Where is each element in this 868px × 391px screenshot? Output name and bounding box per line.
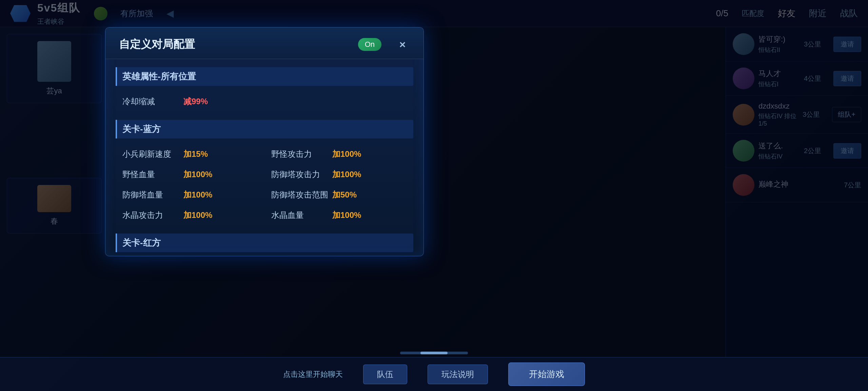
close-button[interactable]: ×	[395, 37, 410, 52]
config-row: 野怪血量 加100%	[116, 164, 264, 185]
toggle-on-button[interactable]: On	[358, 38, 381, 51]
modal-title: 自定义对局配置	[119, 37, 195, 52]
config-label: 水晶攻击力	[122, 210, 183, 221]
config-row: 野怪攻击力 加100%	[264, 144, 413, 164]
config-row: 防御塔血量 加100%	[116, 185, 264, 205]
section-stage-blue: 关卡-蓝方 小兵刷新速度 加15% 野怪攻击力 加100% 野怪血量 加100%	[116, 120, 413, 225]
config-label: 小兵刷新速度	[122, 149, 183, 160]
config-value: 加100%	[332, 210, 361, 221]
config-row: 防御塔攻击范围 加50%	[264, 185, 413, 205]
section-header: 关卡-蓝方	[116, 120, 413, 138]
bottom-bar: 点击这里开始聊天 队伍 玩法说明 开始游戏	[0, 357, 868, 391]
section-title: 关卡-红方	[122, 237, 161, 249]
scroll-indicator	[400, 352, 468, 354]
config-label: 冷却缩减	[122, 96, 183, 107]
config-value: 加100%	[332, 169, 361, 180]
config-value: 加100%	[183, 210, 212, 221]
config-label: 水晶血量	[271, 210, 332, 221]
section-stage-red: 关卡-红方 小兵刷新速度 加15% 野怪攻击力 加100% 野怪血量 加100%	[116, 234, 413, 256]
team-button[interactable]: 队伍	[363, 365, 407, 384]
config-label: 防御塔血量	[122, 189, 183, 200]
section-title: 英雄属性-所有位置	[122, 71, 196, 82]
config-label: 野怪血量	[122, 169, 183, 180]
config-value: 加100%	[183, 169, 212, 180]
modal-overlay: 自定义对局配置 On × 英雄属性-所有位置 冷却缩减 减99%	[0, 0, 868, 391]
modal-body[interactable]: 英雄属性-所有位置 冷却缩减 减99% 关卡-蓝方 小兵刷新速度 加15%	[105, 59, 423, 256]
modal-header: 自定义对局配置 On ×	[105, 27, 423, 59]
config-row: 水晶攻击力 加100%	[116, 205, 264, 225]
section-hero-all: 英雄属性-所有位置 冷却缩减 减99%	[116, 67, 413, 112]
config-label: 防御塔攻击力	[271, 169, 332, 180]
chat-placeholder[interactable]: 点击这里开始聊天	[283, 369, 343, 379]
config-row: 小兵刷新速度 加15%	[116, 144, 264, 164]
config-value: 加100%	[183, 189, 212, 200]
config-modal: 自定义对局配置 On × 英雄属性-所有位置 冷却缩减 减99%	[105, 27, 424, 256]
config-label: 防御塔攻击范围	[271, 189, 332, 200]
config-value: 加15%	[183, 149, 208, 160]
scroll-thumb	[420, 352, 448, 354]
config-grid: 小兵刷新速度 加15% 野怪攻击力 加100% 野怪血量 加100% 防御塔攻击…	[116, 144, 413, 225]
config-value: 加50%	[332, 189, 357, 200]
section-header: 关卡-红方	[116, 234, 413, 252]
config-label: 野怪攻击力	[271, 149, 332, 160]
config-row: 防御塔攻击力 加100%	[264, 164, 413, 185]
section-header: 英雄属性-所有位置	[116, 67, 413, 86]
config-row: 水晶血量 加100%	[264, 205, 413, 225]
section-title: 关卡-蓝方	[122, 123, 161, 135]
start-game-button[interactable]: 开始游戏	[508, 362, 585, 386]
explain-button[interactable]: 玩法说明	[428, 365, 488, 384]
config-value: 减99%	[183, 96, 208, 107]
config-row: 冷却缩减 减99%	[116, 91, 413, 112]
config-value: 加100%	[332, 149, 361, 160]
